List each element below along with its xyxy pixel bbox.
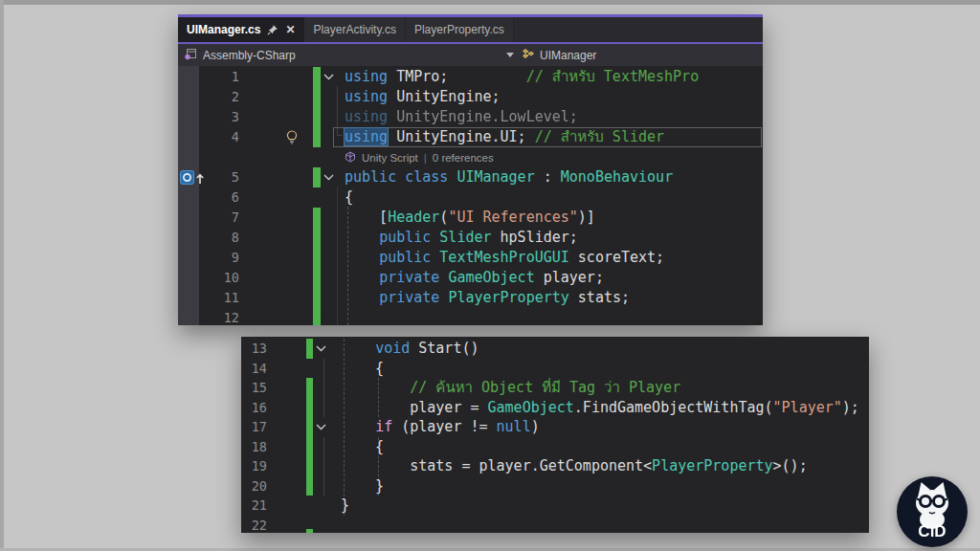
code-line-text[interactable]: } [341, 496, 349, 516]
line-number: 20 [241, 476, 267, 496]
fold-chevron-icon[interactable] [314, 417, 328, 437]
inheritance-margin-icon[interactable] [180, 167, 206, 187]
code-line-text[interactable]: using UnityEngine; [345, 87, 501, 107]
code-line: 9 public TextMeshProUGUI scoreText; [178, 248, 763, 268]
line-number: 10 [199, 268, 239, 288]
change-bar [306, 398, 313, 418]
desktop-background: { "page": { "background": "#c6c6c6", "ac… [0, 0, 980, 551]
lightbulb-icon[interactable] [285, 127, 299, 147]
code-line: 15 // ค้นหา Object ที่มี Tag ว่า Player [241, 378, 869, 398]
editor-window-top: UIManager.cs✕PlayerActivity.csPlayerProp… [178, 14, 763, 325]
code-line: 11 private PlayerProperty stats; [178, 288, 763, 308]
breadcrumb-symbol-label: UIManager [540, 49, 596, 62]
change-bar [313, 67, 321, 87]
fold-chevron-icon[interactable] [321, 67, 336, 87]
change-bar [313, 248, 321, 268]
cid-cat-logo: CiD [894, 474, 970, 550]
line-number: 12 [199, 308, 239, 325]
change-bar [313, 167, 321, 187]
fold-chevron-icon[interactable] [314, 339, 328, 359]
code-line-text[interactable]: public TextMeshProUGUI scoreText; [345, 248, 664, 268]
breadcrumb-project-label: Assembly-CSharp [203, 49, 296, 62]
code-line-text[interactable]: stats = player.GetComponent<PlayerProper… [341, 456, 808, 476]
line-number: 22 [241, 516, 267, 534]
code-line-text[interactable]: { [345, 187, 353, 208]
code-line: 13 void Start() [241, 339, 869, 359]
code-line: 10 private GameObject player; [178, 268, 763, 288]
code-editor-bottom: 13 void Start()14 {15 // ค้นหา Object ที… [241, 337, 869, 533]
code-line-text[interactable]: public class UIManager : MonoBehaviour [345, 167, 673, 187]
code-line: 3using UnityEngine.LowLevel; [178, 107, 763, 127]
breadcrumb: Assembly-CSharp UIManager [178, 44, 763, 66]
code-line: 6{ [178, 187, 763, 208]
tab-uimanager[interactable]: UIManager.cs✕ [178, 17, 304, 42]
codelens-references-link[interactable]: 0 references [433, 152, 494, 164]
code-line-text[interactable]: { [341, 437, 384, 457]
pin-icon[interactable] [267, 24, 278, 35]
tab-label: UIManager.cs [187, 23, 260, 36]
change-bar [313, 228, 321, 248]
slide-frame-top [0, 0, 980, 5]
tab-playerproperty[interactable]: PlayerProperty.cs [406, 17, 514, 42]
code-line-text[interactable]: void Start() [341, 339, 479, 359]
change-bar [313, 127, 321, 147]
code-line: 5public class UIManager : MonoBehaviour [178, 167, 763, 187]
fold-chevron-icon[interactable] [321, 167, 336, 187]
change-bar [313, 87, 321, 107]
change-bar [306, 417, 313, 437]
line-number: 7 [199, 208, 239, 228]
code-line: 4using UnityEngine.UI; // สำหรับ Slider [178, 127, 763, 147]
breadcrumb-symbol-dropdown[interactable]: UIManager [522, 48, 596, 62]
code-line-text[interactable]: { [341, 359, 384, 379]
code-line-text[interactable]: // ค้นหา Object ที่มี Tag ว่า Player [341, 378, 680, 398]
code-line-text[interactable]: using UnityEngine.UI; // สำหรับ Slider [345, 127, 664, 147]
breadcrumb-project-dropdown[interactable]: Assembly-CSharp [185, 48, 522, 63]
line-number: 1 [199, 67, 239, 87]
tab-label: PlayerActivity.cs [313, 23, 395, 36]
code-line: 7 [Header("UI References")] [178, 208, 763, 228]
line-number: 19 [241, 456, 267, 476]
code-editor-top: 1using TMPro; // สำหรับ TextMeshPro2usin… [178, 66, 763, 325]
line-number: 6 [199, 187, 239, 208]
code-line: 17 if (player != null) [241, 417, 869, 437]
line-number: 18 [241, 437, 267, 457]
unity-script-icon [345, 151, 356, 165]
code-line: 21} [241, 496, 869, 516]
change-bar [313, 308, 321, 325]
class-icon [522, 48, 535, 62]
editor-window-bottom: 13 void Start()14 {15 // ค้นหา Object ที… [241, 337, 869, 533]
code-line-text[interactable]: } [341, 476, 384, 496]
chevron-down-icon [506, 53, 514, 57]
code-line: 12 [178, 308, 763, 325]
slide-frame-left [0, 0, 4, 551]
line-number: 9 [199, 248, 239, 268]
codelens: Unity Script|0 references [345, 147, 494, 167]
code-line-text[interactable]: player = GameObject.FindGameObjectWithTa… [341, 398, 859, 418]
code-line: 22 [241, 516, 869, 534]
change-bar [306, 529, 313, 533]
tab-playeractivity[interactable]: PlayerActivity.cs [304, 17, 405, 42]
tab-label: PlayerProperty.cs [414, 23, 504, 36]
code-line: 20 } [241, 476, 869, 496]
code-line-text[interactable]: private GameObject player; [345, 268, 604, 288]
csharp-project-icon [185, 48, 197, 63]
code-line: 18 { [241, 437, 869, 457]
code-line-text[interactable]: using TMPro; // สำหรับ TextMeshPro [345, 67, 699, 87]
code-line-text[interactable]: using UnityEngine.LowLevel; [345, 107, 578, 127]
code-line: 1using TMPro; // สำหรับ TextMeshPro [178, 67, 763, 87]
change-bar [313, 107, 321, 127]
code-line: 19 stats = player.GetComponent<PlayerPro… [241, 456, 869, 476]
code-line-text[interactable]: if (player != null) [341, 417, 540, 437]
line-number: 17 [241, 417, 267, 437]
change-bar [306, 437, 313, 457]
code-line: 2using UnityEngine; [178, 87, 763, 107]
line-number: 14 [241, 359, 267, 379]
line-number: 15 [241, 378, 267, 398]
line-number: 13 [241, 339, 267, 359]
line-number: 4 [199, 127, 239, 147]
change-bar [306, 339, 313, 359]
code-line-text[interactable]: private PlayerProperty stats; [345, 288, 630, 308]
close-icon[interactable]: ✕ [285, 24, 295, 35]
code-line-text[interactable]: [Header("UI References")] [345, 208, 595, 228]
code-line-text[interactable]: public Slider hpSlider; [345, 228, 578, 248]
